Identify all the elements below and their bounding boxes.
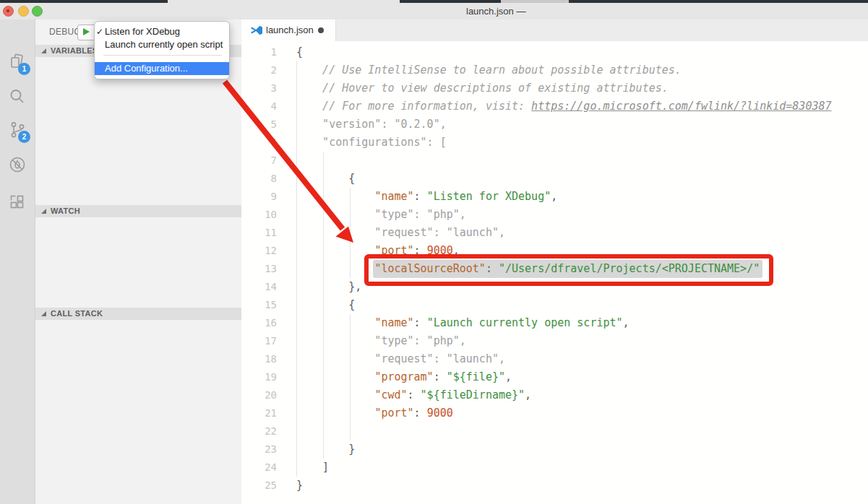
line-number[interactable]: 13: [241, 260, 277, 278]
line-number[interactable]: 8: [241, 170, 277, 188]
code-text: }: [296, 477, 303, 495]
line-number[interactable]: 22: [241, 422, 277, 440]
code-line[interactable]: 21 "port": 9000: [241, 404, 868, 422]
code-line[interactable]: 19 "program": "${file}",: [241, 368, 868, 386]
code-text: {: [296, 296, 355, 314]
code-line[interactable]: 15 {: [241, 296, 868, 314]
code-text: // Hover to view descriptions of existin…: [296, 79, 669, 97]
code-line[interactable]: 18 "request": "launch",: [241, 350, 868, 368]
tab-launch-json[interactable]: launch.json: [241, 19, 336, 41]
line-number[interactable]: 3: [241, 79, 277, 97]
code-text: ]: [296, 459, 329, 477]
launch-json-file-icon: [250, 25, 263, 35]
section-title: VARIABLES: [51, 46, 98, 55]
line-number[interactable]: 7: [241, 152, 277, 170]
section-call-stack[interactable]: CALL STACK: [35, 308, 241, 320]
configuration-dropdown-menu: ✓ Listen for XDebug Launch currently ope…: [94, 21, 230, 79]
menu-item-label: Launch currently open script: [105, 39, 223, 50]
line-number[interactable]: 5: [241, 116, 277, 134]
activity-explorer[interactable]: 1: [0, 47, 35, 79]
line-number[interactable]: 1: [241, 43, 277, 61]
line-number[interactable]: 18: [241, 350, 277, 368]
section-watch[interactable]: WATCH: [35, 205, 241, 217]
line-number[interactable]: 19: [241, 368, 277, 386]
code-line[interactable]: 10 "type": "php",: [241, 206, 868, 224]
editor-group: launch.json 1{2 // Use IntelliSense to l…: [241, 19, 868, 504]
code-text: "version": "0.2.0",: [296, 116, 447, 134]
code-text: "request": "launch",: [296, 224, 505, 242]
search-icon: [8, 87, 27, 106]
code-text: "type": "php",: [296, 206, 466, 224]
activity-debug[interactable]: [0, 149, 35, 181]
workbench: 1 2: [0, 19, 868, 504]
code-line[interactable]: 22: [241, 422, 868, 440]
line-number[interactable]: 2: [241, 61, 277, 79]
code-line[interactable]: 25}: [241, 477, 868, 495]
code-line[interactable]: 6 "configurations": [: [241, 134, 868, 152]
code-line[interactable]: 2 // Use IntelliSense to learn about pos…: [241, 61, 868, 79]
code-text: "name": "Launch currently open script",: [296, 314, 629, 332]
line-number[interactable]: 17: [241, 332, 277, 350]
section-title: CALL STACK: [51, 309, 103, 318]
twistie-icon: [41, 311, 46, 316]
code-line[interactable]: 13 "localSourceRoot": "/Users/dfravel/Pr…: [241, 260, 868, 278]
code-line[interactable]: 23 }: [241, 440, 868, 459]
code-text: "name": "Listen for XDebug",: [296, 188, 557, 206]
code-editor[interactable]: 1{2 // Use IntelliSense to learn about p…: [241, 41, 868, 504]
line-number[interactable]: 9: [241, 188, 277, 206]
line-number[interactable]: 6: [241, 134, 277, 152]
activity-search[interactable]: [0, 82, 35, 113]
line-number[interactable]: 11: [241, 224, 277, 242]
code-line[interactable]: 9 "name": "Listen for XDebug",: [241, 188, 868, 206]
line-number[interactable]: 10: [241, 206, 277, 224]
line-number[interactable]: 16: [241, 314, 277, 332]
play-icon: [83, 28, 90, 35]
menu-separator: [103, 55, 222, 56]
code-line[interactable]: 20 "cwd": "${fileDirname}",: [241, 386, 868, 404]
code-line[interactable]: 24 ]: [241, 459, 868, 477]
code-line[interactable]: 3 // Hover to view descriptions of exist…: [241, 79, 868, 97]
window-title: launch.json —: [466, 6, 525, 17]
activity-source-control[interactable]: 2: [0, 115, 35, 147]
line-number[interactable]: 20: [241, 386, 277, 404]
extensions-icon: [8, 193, 27, 212]
menu-item-listen-for-xdebug[interactable]: ✓ Listen for XDebug: [95, 25, 229, 38]
code-text: // For more information, visit: https://…: [296, 97, 832, 116]
explorer-badge: 1: [18, 63, 30, 75]
menu-item-add-configuration[interactable]: Add Configuration...: [95, 62, 229, 75]
line-number[interactable]: 14: [241, 278, 277, 296]
code-line[interactable]: 7: [241, 152, 868, 170]
activity-extensions[interactable]: [0, 187, 35, 219]
code-line[interactable]: 5 "version": "0.2.0",: [241, 116, 868, 134]
code-text: {: [296, 43, 303, 61]
code-text: "configurations": [: [296, 134, 447, 152]
code-text: "request": "launch",: [296, 350, 505, 368]
line-number[interactable]: 21: [241, 404, 277, 422]
line-number[interactable]: 12: [241, 242, 277, 260]
line-number[interactable]: 24: [241, 459, 277, 477]
code-line[interactable]: 17 "type": "php",: [241, 332, 868, 350]
code-line[interactable]: 16 "name": "Launch currently open script…: [241, 314, 868, 332]
line-number[interactable]: 4: [241, 97, 277, 116]
menu-item-launch-currently-open-script[interactable]: Launch currently open script: [95, 38, 229, 51]
minimize-button[interactable]: [18, 6, 29, 17]
line-number[interactable]: 15: [241, 296, 277, 314]
fullscreen-button[interactable]: [32, 6, 43, 17]
code-text: "port": 9000: [296, 404, 453, 422]
code-text: "type": "php",: [296, 332, 466, 350]
tab-bar: launch.json: [241, 19, 868, 41]
highlighted-code: "localSourceRoot": "/Users/dfravel/Proje…: [373, 260, 762, 278]
code-line[interactable]: 4 // For more information, visit: https:…: [241, 97, 868, 116]
line-number[interactable]: 25: [241, 477, 277, 495]
twistie-icon: [41, 209, 46, 214]
code-line[interactable]: 1{: [241, 43, 868, 61]
code-line[interactable]: 12 "port": 9000,: [241, 242, 868, 260]
close-button[interactable]: [3, 6, 14, 17]
code-line[interactable]: 11 "request": "launch",: [241, 224, 868, 242]
code-text: // Use IntelliSense to learn about possi…: [296, 61, 682, 79]
line-number[interactable]: 23: [241, 440, 277, 459]
code-line[interactable]: 14 },: [241, 278, 868, 296]
code-line[interactable]: 8 {: [241, 170, 868, 188]
tab-label: launch.json: [266, 25, 314, 35]
debug-panel-title: DEBUG: [49, 27, 81, 37]
